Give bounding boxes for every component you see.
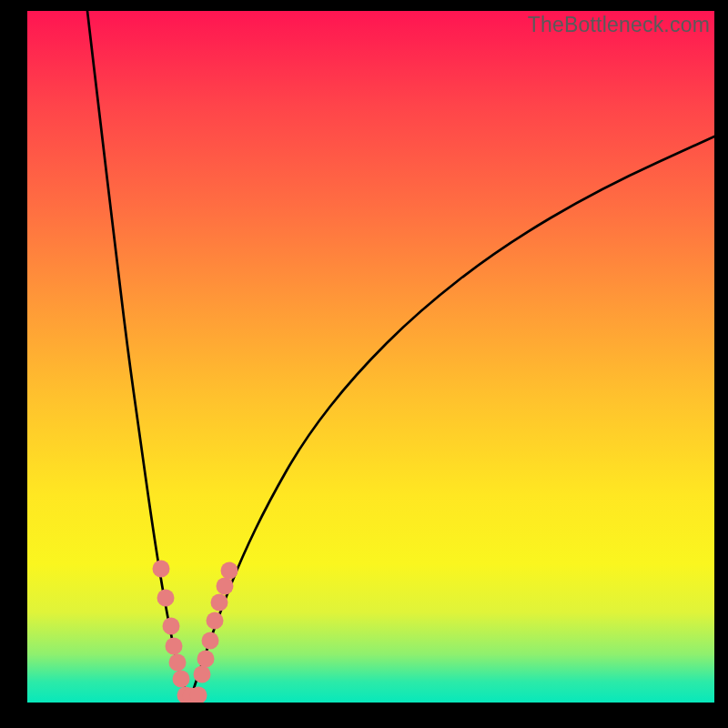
curve-right-branch — [189, 136, 714, 703]
marker-left-markers-1 — [157, 590, 175, 607]
chart-curves — [87, 11, 714, 703]
marker-left-markers-3 — [166, 638, 183, 655]
marker-left-markers-5 — [173, 671, 190, 688]
marker-left-markers-0 — [153, 561, 170, 578]
chart-svg-layer — [27, 11, 714, 703]
marker-left-markers-4 — [169, 654, 187, 672]
marker-right-markers-0 — [194, 666, 211, 683]
marker-right-markers-4 — [211, 594, 228, 612]
marker-right-markers-2 — [202, 632, 219, 650]
marker-left-markers-2 — [163, 618, 180, 635]
marker-right-markers-3 — [207, 612, 224, 630]
marker-right-markers-6 — [221, 562, 238, 580]
marker-right-markers-5 — [217, 578, 234, 595]
marker-right-markers-1 — [197, 651, 215, 668]
